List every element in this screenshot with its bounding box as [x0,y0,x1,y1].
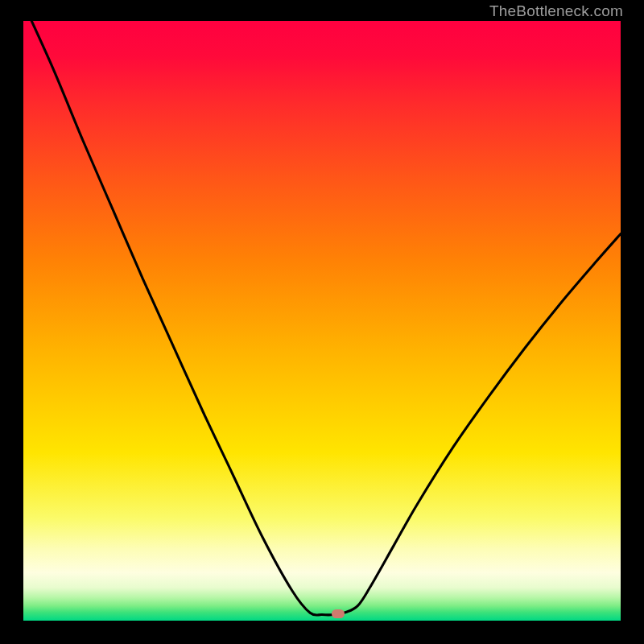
watermark-text: TheBottleneck.com [489,3,623,19]
gradient-background [23,21,621,621]
chart-frame: TheBottleneck.com [0,0,644,644]
optimal-point-marker [332,609,345,618]
